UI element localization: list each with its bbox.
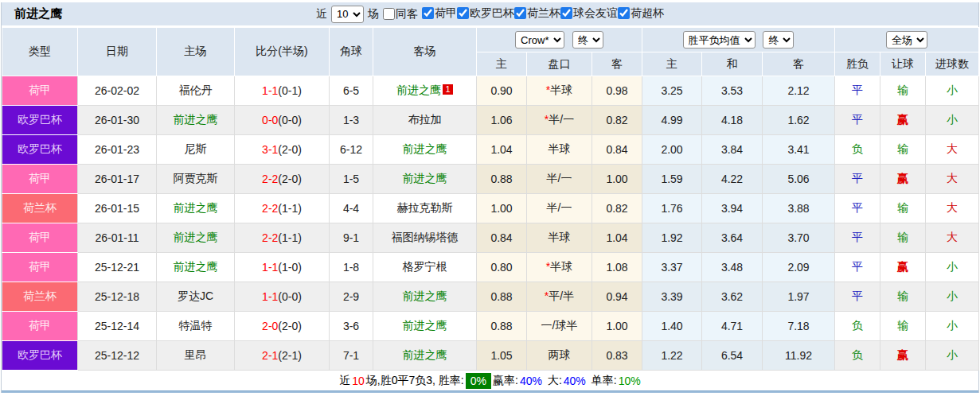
handicap-star: * [545,289,549,302]
avg-away-cell: 3.70 [763,223,835,253]
odds-away-cell: 1.08 [592,253,642,282]
handicap-result-cell: 输 [880,282,926,312]
home-team-cell: 前进之鹰 [157,223,235,253]
league-filter[interactable]: 荷兰杯 [514,6,560,21]
scope-select[interactable]: 全场 [886,31,927,49]
handicap-cell: 一/球半 [527,312,592,341]
odds-away-cell: 0.83 [592,341,642,371]
corner-cell: 7-1 [330,341,373,371]
league-filter[interactable]: 欧罗巴杯 [457,6,514,21]
date-cell: 26-01-15 [78,194,157,223]
table-row: 欧罗巴杯26-01-30前进之鹰0-0(0-0)1-3布拉加1.06*半/一0.… [2,106,979,135]
avg-draw-cell: 3.48 [702,253,763,282]
league-filter[interactable]: 球会友谊 [560,6,618,21]
result-cell: 平 [835,223,880,253]
col-score: 比分(半场) [235,28,330,76]
avg-home-cell: 1.59 [642,165,702,194]
goals-cell: 小 [926,76,979,106]
league-cell: 荷甲 [2,76,78,106]
avg-home-cell: 2.00 [642,135,702,165]
league-filter-checkbox[interactable] [514,7,526,19]
score-cell: 1-1(0-1) [235,76,330,106]
same-away-filter[interactable]: 同客 [383,7,418,21]
table-row: 荷甲26-02-02福伦丹1-1(0-1)6-5前进之鹰10.90*半球0.98… [2,76,979,106]
goals-cell: 小 [926,282,979,312]
table-row: 荷甲26-01-11前进之鹰2-2(1-1)9-1福图纳锡塔德0.84半球1.0… [2,223,979,253]
handicap-result-cell: 赢 [880,341,926,371]
avg-home-cell: 1.40 [642,312,702,341]
result-cell: 平 [835,253,880,282]
recent-count-select[interactable]: 10 [331,6,364,23]
odds-away-cell: 0.82 [592,194,642,223]
goals-cell: 小 [926,253,979,282]
avg-draw-cell: 4.22 [702,165,763,194]
odds-away-cell: 0.82 [592,106,642,135]
league-filter[interactable]: 荷甲 [422,6,457,21]
result-cell: 负 [835,135,880,165]
away-team-cell: 前进之鹰 [373,282,477,312]
corner-cell: 2-9 [330,282,373,312]
league-filter-label: 荷兰杯 [527,6,560,21]
summary-stats: 场,胜0平7负3, 胜率: [366,374,464,388]
corner-cell: 1-3 [330,106,373,135]
league-filter-checkbox[interactable] [457,7,469,19]
score-cell: 2-2(1-1) [235,223,330,253]
odds-home-cell: 1.05 [477,341,527,371]
table-row: 荷兰杯25-12-18罗达JC1-1(0-0)2-9前进之鹰0.88*平/半0.… [2,282,979,312]
home-team-cell: 尼斯 [157,135,235,165]
league-filter-checkbox[interactable] [422,7,434,19]
avg-time-select[interactable]: 终 [763,31,794,49]
single-rate-value: 10% [619,375,641,387]
bookmaker-select[interactable]: Crow* [515,31,564,49]
handicap-cell: 两球 [527,341,592,371]
avg-home-cell: 3.25 [642,76,702,106]
filter-controls: 近 10 场 同客 荷甲欧罗巴杯荷兰杯球会友谊荷超杯 [316,6,664,23]
red-card-badge: 1 [443,84,453,95]
league-cell: 欧罗巴杯 [2,341,78,371]
league-filters: 荷甲欧罗巴杯荷兰杯球会友谊荷超杯 [422,6,664,22]
away-team-cell: 前进之鹰 [373,135,477,165]
result-cell: 平 [835,106,880,135]
league-filter-label: 荷甲 [435,6,457,21]
header-group-row: 类型 日期 主场 比分(半场) 角球 客场 Crow* 终 胜平负均值 终 [2,28,979,52]
avg-group-header: 胜平负均值 终 [642,28,835,52]
table-row: 欧罗巴杯26-01-23尼斯3-1(2-0)6-12前进之鹰1.04半球0.84… [2,135,979,165]
home-team-cell: 罗达JC [157,282,235,312]
col-type: 类型 [2,28,78,76]
bottom-divider [2,390,978,393]
avg-away-cell: 2.09 [763,253,835,282]
away-team-cell: 布拉加 [373,106,477,135]
league-filter-checkbox[interactable] [618,7,630,19]
avg-away-cell: 7.18 [763,312,835,341]
handicap-rate-label: 赢率: [493,374,518,388]
handicap-rate-value: 40% [520,375,542,387]
handicap-result-cell: 赢 [880,253,926,282]
league-cell: 荷兰杯 [2,194,78,223]
score-cell: 1-1(0-0) [235,282,330,312]
away-team-cell: 前进之鹰 [373,341,477,371]
handicap-cell: 半/一 [527,165,592,194]
home-team-cell: 前进之鹰 [157,253,235,282]
col-avg-away: 客 [763,52,835,76]
date-cell: 26-01-11 [78,223,157,253]
table-row: 荷甲25-12-14特温特2-0(2-0)3-6前进之鹰0.88一/球半1.00… [2,312,979,341]
avg-draw-cell: 3.84 [702,135,763,165]
home-team-cell: 里昂 [157,341,235,371]
league-filter-checkbox[interactable] [560,7,572,19]
league-filter[interactable]: 荷超杯 [618,6,664,21]
handicap-cell: *半球 [527,76,592,106]
odds-home-cell: 1.06 [477,106,527,135]
score-cell: 2-2(1-1) [235,194,330,223]
matches-label: 场 [368,7,379,21]
corner-cell: 4-4 [330,194,373,223]
home-team-cell: 前进之鹰 [157,106,235,135]
avg-home-cell: 3.37 [642,253,702,282]
goals-cell: 小 [926,106,979,135]
odds-time-select[interactable]: 终 [572,31,603,49]
avg-home-cell: 4.99 [642,106,702,135]
avg-select[interactable]: 胜平负均值 [683,31,755,49]
corner-cell: 9-1 [330,223,373,253]
goals-cell: 大 [926,194,979,223]
league-filter-label: 球会友谊 [573,6,618,21]
same-away-checkbox[interactable] [383,8,395,20]
